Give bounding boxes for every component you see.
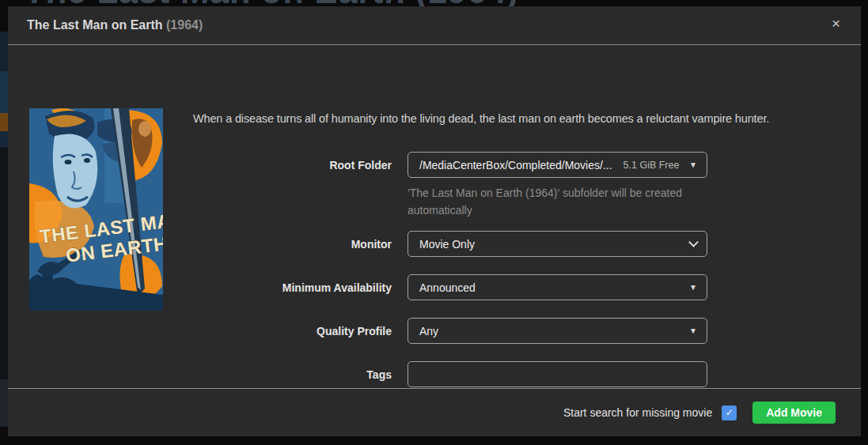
free-space-badge: 5.1 GiB Free [624, 160, 680, 171]
tags-row: Tags [8, 361, 861, 387]
tags-input[interactable] [407, 361, 707, 387]
add-movie-modal: The Last Man on Earth (1964) × [8, 6, 861, 436]
root-folder-row: Root Folder /MediaCenterBox/Completed/Mo… [8, 152, 861, 178]
chevron-down-icon [688, 237, 699, 247]
caret-down-icon: ▼ [689, 283, 697, 292]
close-icon[interactable]: × [832, 16, 840, 31]
root-folder-help: 'The Last Man on Earth (1964)' subfolder… [407, 185, 708, 219]
minimum-availability-select[interactable]: Announced ▼ [407, 274, 707, 300]
monitor-label: Monitor [193, 231, 392, 257]
quality-profile-row: Quality Profile Any ▼ [8, 318, 861, 344]
caret-down-icon: ▼ [689, 326, 697, 335]
tags-label: Tags [193, 361, 392, 387]
background-fanart-strip [0, 0, 8, 445]
minimum-availability-value: Announced [419, 281, 476, 294]
movie-overview: When a disease turns all of humanity int… [193, 112, 842, 125]
movie-year: (1964) [166, 18, 203, 32]
add-movie-button[interactable]: Add Movie [752, 402, 836, 424]
movie-title: The Last Man on Earth [27, 18, 163, 32]
modal-footer: Start search for missing movie ✓ Add Mov… [8, 388, 861, 436]
modal-header: The Last Man on Earth (1964) × [8, 6, 861, 45]
minimum-availability-label: Minimum Availability [193, 274, 392, 300]
quality-profile-label: Quality Profile [193, 318, 392, 344]
root-folder-path: /MediaCenterBox/Completed/Movies/... [419, 159, 612, 172]
minimum-availability-row: Minimum Availability Announced ▼ [8, 274, 861, 300]
check-icon: ✓ [726, 407, 733, 418]
monitor-value: Movie Only [419, 238, 475, 251]
root-folder-select[interactable]: /MediaCenterBox/Completed/Movies/... 5.1… [407, 152, 707, 178]
quality-profile-select[interactable]: Any ▼ [407, 318, 707, 344]
root-folder-label: Root Folder [193, 152, 392, 178]
caret-down-icon: ▼ [689, 160, 697, 169]
quality-profile-value: Any [419, 325, 438, 338]
start-search-checkbox[interactable]: ✓ [722, 405, 737, 420]
monitor-select[interactable]: Movie Only [407, 231, 707, 257]
start-search-label: Start search for missing movie [563, 406, 712, 419]
monitor-row: Monitor Movie Only [8, 231, 861, 257]
modal-body: THE LAST MAN ON EARTH When a disease tur… [8, 45, 861, 388]
modal-title: The Last Man on Earth (1964) [27, 18, 203, 32]
